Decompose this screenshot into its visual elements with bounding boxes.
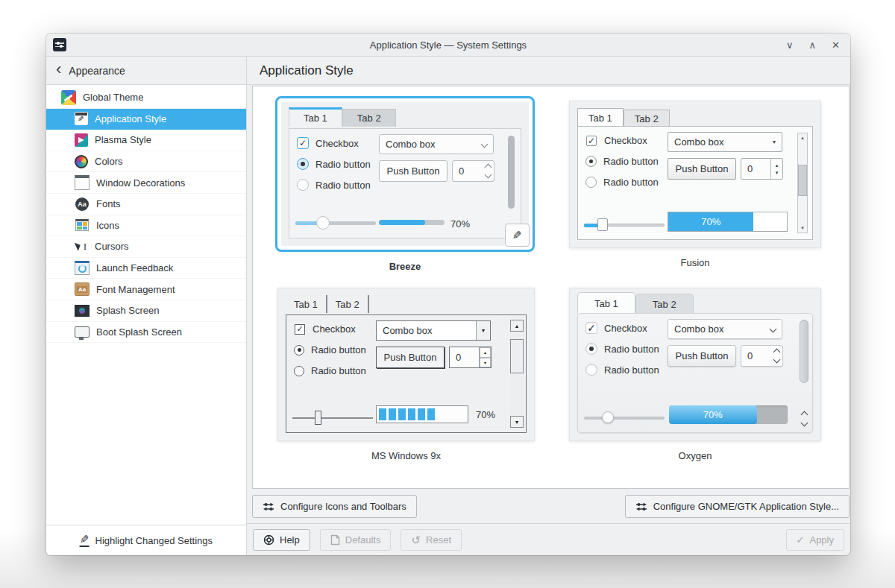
mock-tab-2: Tab 2 [635,294,694,314]
slider-handle [316,216,330,230]
fusion-preview: Tab 1 Tab 2 ✓ Checkbox Radio b [570,101,820,247]
sidebar-item-icons[interactable]: Icons [46,215,246,237]
radio-on-icon [585,156,597,167]
oxygen-preview: Tab 1 Tab 2 ✓ Checkbox Radio b [570,288,820,440]
scrollbar-chevrons [802,412,807,426]
chevron-down-icon [484,171,492,179]
style-name-oxygen: Oxygen [569,450,821,461]
checkbox-box: ✓ [297,137,309,149]
sidebar-item-splash-screen[interactable]: Splash Screen [46,300,246,322]
sidebar-item-plasma-style[interactable]: Plasma Style [46,130,246,151]
mock-frame: ✓ Checkbox Radio button Radio button [289,128,521,238]
highlight-changed-settings-toggle[interactable]: ✎ Highlight Changed Settings [46,525,246,555]
slider-handle [602,411,614,423]
mock-tabbar: Tab 1 Tab 2 [286,295,369,313]
mock-radio-unselected: Radio button [585,364,659,376]
mock-tab-1: Tab 1 [577,108,624,127]
sidebar-item-fonts[interactable]: Aa Fonts [46,194,246,215]
mock-scrollbar: ▴ ▾ [797,133,808,233]
mock-progressbar [376,405,468,423]
colors-icon [75,155,88,168]
page-title: Application Style [260,63,354,78]
mock-frame: ✓ Checkbox Radio button Radio button [577,313,813,433]
breeze-preview: Tab 1 Tab 2 ✓ Checkbox Radio b [281,102,529,246]
check-icon: ✓ [588,136,595,145]
chevron-up-icon [484,164,492,171]
radio-off-icon [294,366,304,376]
sidebar-item-global-theme[interactable]: Global Theme [46,87,246,109]
style-card-mswindows[interactable]: Tab 1 Tab 2 ✓ Checkbox Radio b [277,288,535,441]
defaults-icon [330,534,340,546]
spin-arrows [482,161,494,181]
chevron-down-icon [770,326,777,333]
application-style-icon [75,112,88,125]
configure-icons-toolbars-button[interactable]: Configure Icons and Toolbars [252,495,417,518]
edit-style-button[interactable]: ✎ [505,224,530,247]
sidebar-item-boot-splash-screen[interactable]: Boot Splash Screen [46,322,246,344]
mock-combobox: Combo box [668,319,782,339]
mock-tabbar: Tab 1 Tab 2 [577,292,694,314]
sidebar-item-font-management[interactable]: Aa Font Management [46,279,246,300]
defaults-button[interactable]: Defaults [320,529,392,551]
chevron-down-icon [481,141,489,148]
mock-checkbox: ✓ Checkbox [585,322,647,334]
mock-tab-1: Tab 1 [289,107,342,127]
minimize-icon[interactable]: ∨ [786,40,794,50]
triangle-down-icon: ▼ [476,321,490,340]
boot-splash-screen-icon [75,326,90,338]
style-grid-panel: Tab 1 Tab 2 ✓ Checkbox Radio b [252,86,850,489]
back-button[interactable]: ‹ Appearance [46,57,246,85]
style-preview-fusion: Tab 1 Tab 2 ✓ Checkbox Radio b [569,101,821,268]
mock-tabbar: Tab 1 Tab 2 [289,107,396,127]
checkbox-box: ✓ [585,322,597,334]
mock-radio-selected: Radio button [294,344,366,355]
mock-push-button: Push Button [376,347,445,368]
system-settings-window: Application Style — System Settings ∨ ∧ … [46,34,850,555]
back-chevron-icon: ‹ [56,61,61,78]
maximize-icon[interactable]: ∧ [809,40,817,50]
back-label: Appearance [69,65,125,77]
reset-button[interactable]: ↺ Reset [401,529,462,551]
sidebar-item-launch-feedback[interactable]: Launch Feedback [46,258,246,279]
launch-feedback-icon [75,261,90,275]
help-button[interactable]: Help [253,529,310,551]
window-controls: ∨ ∧ ✕ [786,34,840,56]
mock-progressbar: 70% [669,405,788,424]
mock-tab-2: Tab 2 [327,295,369,313]
mock-slider [292,411,373,425]
style-card-fusion[interactable]: Tab 1 Tab 2 ✓ Checkbox Radio b [569,101,821,248]
close-icon[interactable]: ✕ [832,40,840,50]
triangle-down-icon: ▾ [773,139,776,145]
radio-off-icon [585,177,597,188]
mock-combobox: Combo box ▾ [668,132,782,152]
sidebar-item-colors[interactable]: Colors [46,151,246,173]
mock-combobox: Combo box [379,134,494,154]
style-card-breeze[interactable]: Tab 1 Tab 2 ✓ Checkbox Radio b [275,96,535,252]
checkbox-box: ✓ [586,136,597,146]
mock-tab-2: Tab 2 [624,110,670,127]
sidebar-item-application-style[interactable]: Application Style [46,109,246,130]
configure-gtk-button[interactable]: Configure GNOME/GTK Application Style... [625,495,850,518]
apply-button[interactable]: ✓ Apply [786,529,844,551]
slider-handle [315,411,321,425]
mock-push-button: Push Button [668,345,736,367]
mock-radio-selected: Radio button [297,158,371,170]
sidebar-item-cursors[interactable]: Cursors [46,236,246,258]
radio-on-icon [294,345,304,355]
mock-checkbox: ✓ Checkbox [297,137,359,149]
mock-radio-unselected: Radio button [297,179,371,191]
plasma-style-icon [75,133,88,147]
triangle-down-icon: ▾ [801,225,804,231]
window-decorations-icon [75,175,90,190]
mock-tab-1: Tab 1 [577,292,635,314]
style-preview-breeze: Tab 1 Tab 2 ✓ Checkbox Radio b [275,96,535,272]
check-icon: ✓ [296,325,303,333]
mock-tabbar: Tab 1 Tab 2 [577,108,670,127]
configure-icon [263,501,274,513]
sidebar-item-window-decorations[interactable]: Window Decorations [46,172,246,194]
triangle-up-icon: ▴ [776,162,779,168]
spin-arrows: ▴▾ [479,347,491,367]
mswindows-preview: Tab 1 Tab 2 ✓ Checkbox Radio b [278,288,534,440]
style-card-oxygen[interactable]: Tab 1 Tab 2 ✓ Checkbox Radio b [569,288,821,441]
help-icon [263,534,274,546]
